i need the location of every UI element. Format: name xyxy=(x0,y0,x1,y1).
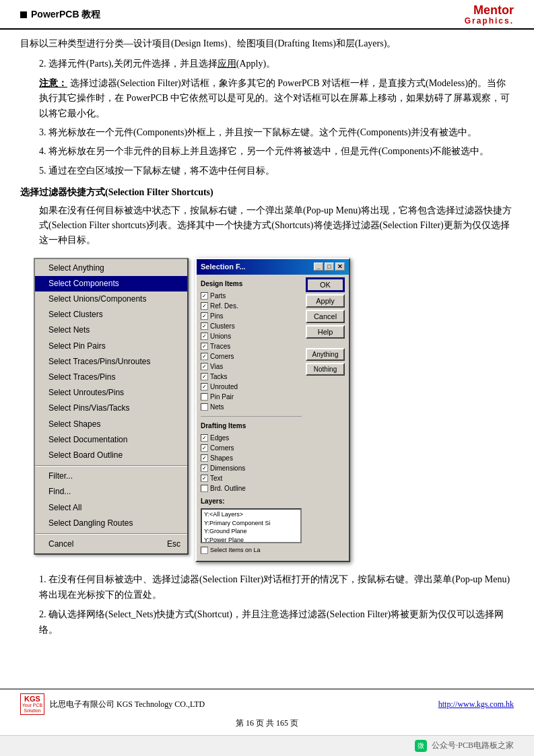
cb-unrouted[interactable]: Unrouted xyxy=(201,382,302,392)
cb-corners-box[interactable] xyxy=(201,353,208,360)
select-items-on-layer-label: Select Items on La xyxy=(210,545,261,555)
cb-pin-pair-box[interactable] xyxy=(201,393,208,401)
para-shortcut1: 如果在没有任何目标被选中状态下，按鼠标右键，一个弹出菜单(Pop-up Menu… xyxy=(20,203,514,248)
cb-parts[interactable]: Parts xyxy=(201,291,302,301)
cb-pins[interactable]: Pins xyxy=(201,311,302,321)
cb-brd-outline-label: Brd. Outline xyxy=(210,483,246,493)
nothing-button[interactable]: Nothing xyxy=(306,363,345,376)
cb-unions[interactable]: Unions xyxy=(201,331,302,341)
cb-shapes[interactable]: Shapes xyxy=(201,453,302,463)
menu-item-cancel[interactable]: Cancel Esc xyxy=(35,537,187,552)
cb-nets[interactable]: Nets xyxy=(201,402,302,412)
maximize-button[interactable]: □ xyxy=(325,263,334,271)
menu-item-select-shapes[interactable]: Select Shapes xyxy=(35,417,187,432)
wechat-icon: 微 xyxy=(415,740,427,752)
context-menu: Select Anything Select Components Select… xyxy=(34,258,189,555)
footer-top: KGS Your PCB Solution 比思电子有限公司 KGS Techn… xyxy=(20,693,514,715)
dialog-left-panel: Design Items Parts Ref. Des. Pins Cluste… xyxy=(201,277,302,557)
cb-edges[interactable]: Edges xyxy=(201,433,302,443)
dialog-titlebar: Selection F... _ □ ✕ xyxy=(197,259,349,275)
menu-item-select-dangling-routes[interactable]: Select Dangling Routes xyxy=(35,516,187,531)
layer-primary[interactable]: Y:Primary Component Si xyxy=(203,519,300,528)
cb-parts-box[interactable] xyxy=(201,292,208,300)
cb-edges-box[interactable] xyxy=(201,434,208,442)
menu-item-select-documentation[interactable]: Select Documentation xyxy=(35,432,187,448)
cb-ref-des[interactable]: Ref. Des. xyxy=(201,301,302,311)
cb-vias-box[interactable] xyxy=(201,363,208,370)
cb-ref-des-box[interactable] xyxy=(201,302,208,310)
menu-item-find[interactable]: Find... xyxy=(35,484,187,500)
cb-dimensions[interactable]: Dimensions xyxy=(201,463,302,473)
layer-ground[interactable]: Y:Ground Plane xyxy=(203,527,300,536)
apply-button[interactable]: Apply xyxy=(306,294,345,308)
cb-vias[interactable]: Vias xyxy=(201,362,302,372)
step5: 5. 通过在空白区域按一下鼠标左键，将不选中任何目标。 xyxy=(20,164,514,178)
menu-item-select-traces-pins[interactable]: Select Traces/Pins xyxy=(35,370,187,385)
help-button[interactable]: Help xyxy=(306,325,345,339)
minimize-button[interactable]: _ xyxy=(314,263,323,271)
footer-company: 比思电子有限公司 KGS Technology CO.,LTD xyxy=(50,699,205,710)
para1: 目标以三种类型进行分类—设计项目(Design Items)、绘图项目(Draf… xyxy=(20,36,514,51)
cb-brd-outline-box[interactable] xyxy=(201,485,208,492)
anything-button[interactable]: Anything xyxy=(306,348,345,361)
cb-traces[interactable]: Traces xyxy=(201,341,302,351)
cb-d-corners-label: Corners xyxy=(210,443,234,453)
select-items-on-layer-checkbox[interactable] xyxy=(201,547,208,554)
layer-power[interactable]: Y:Power Plane xyxy=(203,536,300,543)
cb-text-label: Text xyxy=(210,473,222,483)
cb-pins-box[interactable] xyxy=(201,312,208,320)
header-left: PowerPCB 教程 xyxy=(20,9,100,21)
wechat-bar: 微 公众号·PCB电路板之家 xyxy=(0,735,534,756)
cb-d-corners-box[interactable] xyxy=(201,444,208,452)
menu-item-filter[interactable]: Filter... xyxy=(35,469,187,484)
menu-item-select-traces-pins-unroutes[interactable]: Select Traces/Pins/Unroutes xyxy=(35,354,187,370)
step2: 2. 选择元件(Parts),关闭元件选择，并且选择应用(Apply)。 xyxy=(20,57,514,71)
drafting-items-label: Drafting Items xyxy=(201,421,302,432)
kgs-logo: KGS Your PCB Solution xyxy=(20,693,44,715)
footer-url[interactable]: http://www.kgs.com.hk xyxy=(438,699,514,710)
menu-item-select-anything[interactable]: Select Anything xyxy=(35,261,187,276)
ok-button[interactable]: OK xyxy=(306,277,345,292)
cb-shapes-box[interactable] xyxy=(201,454,208,462)
dialog-right-panel: OK Apply Cancel Help Anything Nothing xyxy=(306,277,345,557)
menu-item-select-nets[interactable]: Select Nets xyxy=(35,322,187,338)
cb-tacks[interactable]: Tacks xyxy=(201,372,302,382)
layers-listbox[interactable]: Y:<All Layers> Y:Primary Component Si Y:… xyxy=(201,508,302,543)
note-text: 选择过滤器(Selection Filter)对话框，象许多其它的 PowerP… xyxy=(39,78,510,118)
layers-label: Layers: xyxy=(201,496,302,507)
cb-d-corners[interactable]: Corners xyxy=(201,443,302,453)
cb-nets-box[interactable] xyxy=(201,403,208,411)
cb-corners[interactable]: Corners xyxy=(201,351,302,362)
menu-item-select-pins-vias-tacks[interactable]: Select Pins/Vias/Tacks xyxy=(35,401,187,416)
cb-clusters[interactable]: Clusters xyxy=(201,321,302,331)
kgs-sub: Your PCB Solution xyxy=(21,703,44,713)
menu-item-select-board-outline[interactable]: Select Board Outline xyxy=(35,448,187,463)
menu-item-select-unions-components[interactable]: Select Unions/Components xyxy=(35,291,187,307)
menu-item-select-all[interactable]: Select All xyxy=(35,500,187,516)
close-button[interactable]: ✕ xyxy=(335,263,345,271)
cb-unions-box[interactable] xyxy=(201,333,208,340)
cb-unrouted-box[interactable] xyxy=(201,383,208,390)
cb-text-box[interactable] xyxy=(201,475,208,482)
bottom-note1: 1. 在没有任何目标被选中、选择过滤器(Selection Filter)对话框… xyxy=(20,572,514,603)
cb-text[interactable]: Text xyxy=(201,473,302,483)
cb-clusters-box[interactable] xyxy=(201,322,208,330)
menu-item-select-clusters[interactable]: Select Clusters xyxy=(35,307,187,322)
menu-item-select-unroutes-pins[interactable]: Select Unroutes/Pins xyxy=(35,385,187,401)
cb-vias-label: Vias xyxy=(210,362,223,372)
cb-pins-label: Pins xyxy=(210,311,223,321)
cb-traces-box[interactable] xyxy=(201,343,208,350)
cb-ref-des-label: Ref. Des. xyxy=(210,301,238,311)
cb-brd-outline[interactable]: Brd. Outline xyxy=(201,483,302,493)
wechat-text: 公众号·PCB电路板之家 xyxy=(432,741,514,750)
cb-pin-pair[interactable]: Pin Pair xyxy=(201,392,302,402)
note-label: 注意： xyxy=(39,78,67,88)
menu-item-select-pin-pairs[interactable]: Select Pin Pairs xyxy=(35,339,187,354)
cb-dimensions-box[interactable] xyxy=(201,465,208,472)
step3: 3. 将光标放在一个元件(Components)外框上，并且按一下鼠标左键。这个… xyxy=(20,125,514,140)
mentor-logo: Mentor Graphics. xyxy=(465,4,514,26)
menu-item-select-components[interactable]: Select Components xyxy=(35,276,187,291)
cancel-dialog-button[interactable]: Cancel xyxy=(306,310,345,323)
layer-all[interactable]: Y:<All Layers> xyxy=(203,510,300,519)
cb-tacks-box[interactable] xyxy=(201,373,208,380)
